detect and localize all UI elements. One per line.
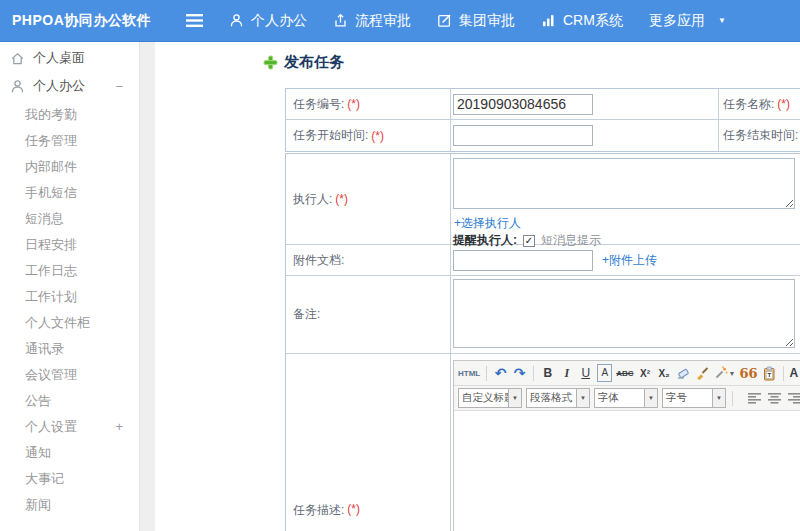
nav-personal-office[interactable]: 个人办公 bbox=[229, 12, 307, 30]
description-cell: HTML ↶ ↷ B I U A ABC X² X₂ bbox=[451, 354, 800, 531]
description-label-cell: 任务描述: (*) bbox=[286, 354, 451, 531]
add-plus-icon bbox=[263, 55, 278, 70]
char-border-button[interactable]: A bbox=[597, 364, 612, 382]
task-number-input[interactable] bbox=[453, 94, 593, 115]
undo-icon[interactable]: ↶ bbox=[493, 364, 508, 382]
expand-plus-icon[interactable]: + bbox=[115, 414, 123, 440]
user-icon bbox=[10, 79, 25, 94]
editor-toolbar-row1: HTML ↶ ↷ B I U A ABC X² X₂ bbox=[454, 361, 800, 386]
top-menu: 个人办公 流程审批 集团审批 bbox=[186, 0, 726, 41]
alignment-buttons bbox=[747, 391, 800, 406]
edit-square-icon bbox=[437, 13, 452, 28]
sidebar-item-short-message[interactable]: 短消息 bbox=[0, 206, 139, 232]
remark-cell bbox=[451, 276, 800, 353]
auto-typeset-wand-icon[interactable]: ▼ bbox=[714, 364, 736, 382]
nav-workflow-approval[interactable]: 流程审批 bbox=[333, 12, 411, 30]
sidebar-item-work-plan[interactable]: 工作计划 bbox=[0, 284, 139, 310]
nav-more-apps[interactable]: 更多应用 ▼ bbox=[649, 12, 726, 30]
align-center-icon[interactable] bbox=[767, 391, 782, 406]
superscript-button[interactable]: X² bbox=[638, 364, 653, 382]
task-number-cell bbox=[451, 89, 719, 119]
format-brush-icon[interactable] bbox=[695, 364, 710, 382]
user-icon bbox=[229, 13, 244, 28]
start-time-input[interactable] bbox=[453, 125, 593, 146]
hamburger-menu-icon[interactable] bbox=[186, 13, 203, 28]
sidebar-item-notice[interactable]: 通知 bbox=[0, 440, 139, 466]
toolbar-separator bbox=[533, 366, 534, 381]
paragraph-format-dropdown[interactable]: 段落格式 ▼ bbox=[526, 388, 590, 408]
html-source-button[interactable]: HTML bbox=[458, 364, 480, 382]
sidebar-item-personal-settings[interactable]: 个人设置 + bbox=[0, 414, 139, 440]
sidebar: 个人桌面 个人办公 − 我的考勤 任务管理 内部邮件 手机短信 短消息 日程安排… bbox=[0, 42, 140, 531]
font-size-dropdown[interactable]: 字号 ▼ bbox=[662, 388, 726, 408]
paste-text-icon[interactable]: T bbox=[762, 364, 777, 382]
sidebar-item-announcement[interactable]: 公告 bbox=[0, 388, 139, 414]
remark-textarea[interactable] bbox=[453, 279, 795, 348]
task-name-label-cell: 任务名称: (*) bbox=[719, 89, 800, 119]
hamburger-icon bbox=[186, 13, 203, 28]
collapse-minus-icon[interactable]: − bbox=[115, 72, 123, 100]
start-time-cell bbox=[451, 120, 719, 151]
eraser-icon[interactable] bbox=[676, 364, 691, 382]
required-mark: (*) bbox=[777, 97, 790, 111]
required-mark: (*) bbox=[335, 192, 348, 206]
sidebar-item-schedule[interactable]: 日程安排 bbox=[0, 232, 139, 258]
sidebar-item-personal-office[interactable]: 个人办公 − bbox=[0, 72, 139, 100]
executor-textarea[interactable] bbox=[453, 158, 795, 209]
font-color-button[interactable]: A ▼ bbox=[790, 364, 800, 382]
strikethrough-button[interactable]: ABC bbox=[616, 364, 633, 382]
required-mark: (*) bbox=[371, 129, 384, 143]
attachment-input[interactable] bbox=[453, 250, 593, 271]
sidebar-item-mobile-sms[interactable]: 手机短信 bbox=[0, 180, 139, 206]
task-number-label-cell: 任务编号: (*) bbox=[286, 89, 451, 119]
sidebar-item-attendance[interactable]: 我的考勤 bbox=[0, 102, 139, 128]
attachment-cell: +附件上传 bbox=[451, 245, 800, 275]
align-left-icon[interactable] bbox=[747, 391, 762, 406]
sidebar-item-news[interactable]: 新闻 bbox=[0, 492, 139, 518]
sidebar-item-contacts[interactable]: 通讯录 bbox=[0, 336, 139, 362]
caret-down-icon: ▼ bbox=[644, 389, 657, 407]
caret-down-icon: ▼ bbox=[576, 389, 589, 407]
blockquote-button[interactable]: 66 bbox=[740, 364, 758, 382]
sidebar-item-memorabilia[interactable]: 大事记 bbox=[0, 466, 139, 492]
bold-button[interactable]: B bbox=[540, 364, 555, 382]
caret-down-icon: ▼ bbox=[718, 16, 726, 25]
end-time-label-cell: 任务结束时间: (*) bbox=[719, 120, 800, 151]
choose-executor-link[interactable]: +选择执行人 bbox=[454, 215, 521, 232]
app-logo: PHPOA协同办公软件 bbox=[12, 0, 151, 41]
toolbar-separator bbox=[486, 366, 487, 381]
toolbar-separator bbox=[783, 366, 784, 381]
sidebar-item-internal-mail[interactable]: 内部邮件 bbox=[0, 154, 139, 180]
sidebar-item-task-management[interactable]: 任务管理 bbox=[0, 128, 139, 154]
page-title: 发布任务 bbox=[263, 53, 344, 72]
svg-text:T: T bbox=[768, 372, 772, 378]
nav-crm[interactable]: CRM系统 bbox=[541, 12, 623, 30]
editor-content[interactable] bbox=[454, 411, 800, 531]
bar-chart-icon bbox=[541, 13, 556, 28]
subscript-button[interactable]: X₂ bbox=[657, 364, 672, 382]
sidebar-item-file-cabinet[interactable]: 个人文件柜 bbox=[0, 310, 139, 336]
sidebar-item-work-log[interactable]: 工作日志 bbox=[0, 258, 139, 284]
sidebar-item-personal-desktop[interactable]: 个人桌面 bbox=[0, 44, 139, 72]
nav-group-approval[interactable]: 集团审批 bbox=[437, 12, 515, 30]
required-mark: (*) bbox=[347, 502, 360, 516]
align-right-icon[interactable] bbox=[787, 391, 800, 406]
italic-button[interactable]: I bbox=[559, 364, 574, 382]
task-basic-info-table: 任务编号: (*) 任务名称: (*) 任务开始时间: (*) 任务结束时间: … bbox=[285, 88, 800, 152]
caret-down-icon: ▼ bbox=[508, 389, 521, 407]
toolbar-separator bbox=[732, 391, 733, 406]
home-icon bbox=[10, 51, 25, 66]
task-detail-table: 执行人: (*) +选择执行人 提醒执行人: ✓ 短消息提示 附件文档: +附件… bbox=[285, 153, 800, 531]
rich-text-editor: HTML ↶ ↷ B I U A ABC X² X₂ bbox=[453, 360, 800, 531]
executor-cell: +选择执行人 提醒执行人: ✓ 短消息提示 bbox=[451, 154, 800, 244]
page-title-text: 发布任务 bbox=[284, 53, 344, 72]
sidebar-submenu: 我的考勤 任务管理 内部邮件 手机短信 短消息 日程安排 工作日志 工作计划 个… bbox=[0, 102, 139, 518]
attachment-upload-link[interactable]: +附件上传 bbox=[602, 252, 657, 269]
remark-label-cell: 备注: bbox=[286, 276, 451, 353]
font-family-dropdown[interactable]: 字体 ▼ bbox=[594, 388, 658, 408]
editor-toolbar-row2: 自定义标题 ▼ 段落格式 ▼ 字体 ▼ 字号 ▼ bbox=[454, 386, 800, 411]
custom-title-dropdown[interactable]: 自定义标题 ▼ bbox=[458, 388, 522, 408]
redo-icon[interactable]: ↷ bbox=[512, 364, 527, 382]
sidebar-item-meeting-management[interactable]: 会议管理 bbox=[0, 362, 139, 388]
underline-button[interactable]: U bbox=[578, 364, 593, 382]
